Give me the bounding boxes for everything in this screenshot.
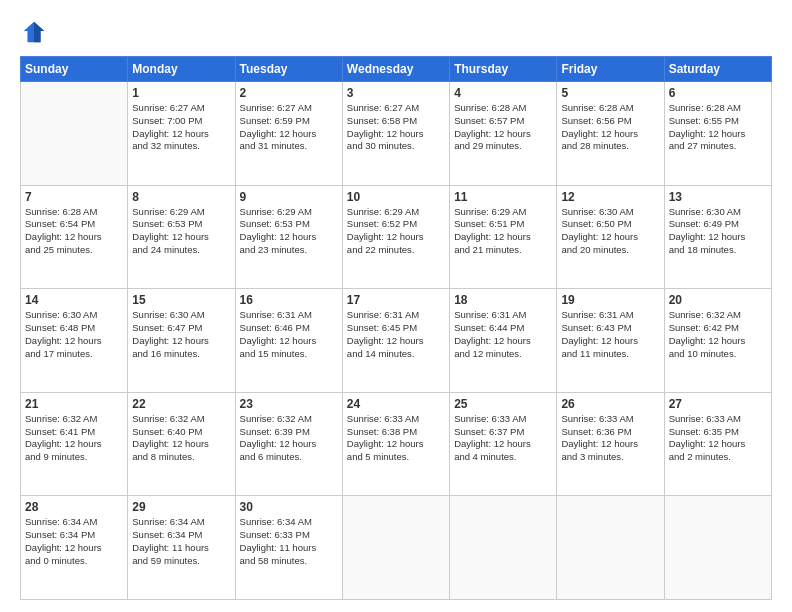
day-info: Sunrise: 6:34 AM Sunset: 6:34 PM Dayligh…	[132, 516, 230, 567]
calendar-cell: 12Sunrise: 6:30 AM Sunset: 6:50 PM Dayli…	[557, 185, 664, 289]
day-number: 12	[561, 190, 659, 204]
day-info: Sunrise: 6:28 AM Sunset: 6:57 PM Dayligh…	[454, 102, 552, 153]
day-info: Sunrise: 6:28 AM Sunset: 6:55 PM Dayligh…	[669, 102, 767, 153]
calendar-cell: 19Sunrise: 6:31 AM Sunset: 6:43 PM Dayli…	[557, 289, 664, 393]
calendar-cell: 10Sunrise: 6:29 AM Sunset: 6:52 PM Dayli…	[342, 185, 449, 289]
logo	[20, 18, 52, 46]
day-number: 16	[240, 293, 338, 307]
calendar-cell: 7Sunrise: 6:28 AM Sunset: 6:54 PM Daylig…	[21, 185, 128, 289]
calendar-header-wednesday: Wednesday	[342, 57, 449, 82]
day-info: Sunrise: 6:29 AM Sunset: 6:53 PM Dayligh…	[132, 206, 230, 257]
day-number: 10	[347, 190, 445, 204]
calendar-cell: 5Sunrise: 6:28 AM Sunset: 6:56 PM Daylig…	[557, 82, 664, 186]
day-info: Sunrise: 6:30 AM Sunset: 6:50 PM Dayligh…	[561, 206, 659, 257]
calendar-cell: 1Sunrise: 6:27 AM Sunset: 7:00 PM Daylig…	[128, 82, 235, 186]
header	[20, 18, 772, 46]
calendar-week-row-5: 28Sunrise: 6:34 AM Sunset: 6:34 PM Dayli…	[21, 496, 772, 600]
day-number: 18	[454, 293, 552, 307]
calendar-cell: 6Sunrise: 6:28 AM Sunset: 6:55 PM Daylig…	[664, 82, 771, 186]
calendar-week-row-3: 14Sunrise: 6:30 AM Sunset: 6:48 PM Dayli…	[21, 289, 772, 393]
svg-marker-1	[34, 22, 44, 43]
calendar-header-row: SundayMondayTuesdayWednesdayThursdayFrid…	[21, 57, 772, 82]
day-info: Sunrise: 6:34 AM Sunset: 6:34 PM Dayligh…	[25, 516, 123, 567]
calendar-cell: 30Sunrise: 6:34 AM Sunset: 6:33 PM Dayli…	[235, 496, 342, 600]
calendar-cell: 21Sunrise: 6:32 AM Sunset: 6:41 PM Dayli…	[21, 392, 128, 496]
day-info: Sunrise: 6:29 AM Sunset: 6:51 PM Dayligh…	[454, 206, 552, 257]
day-number: 27	[669, 397, 767, 411]
day-info: Sunrise: 6:33 AM Sunset: 6:35 PM Dayligh…	[669, 413, 767, 464]
calendar-cell: 9Sunrise: 6:29 AM Sunset: 6:53 PM Daylig…	[235, 185, 342, 289]
day-info: Sunrise: 6:29 AM Sunset: 6:53 PM Dayligh…	[240, 206, 338, 257]
day-info: Sunrise: 6:31 AM Sunset: 6:45 PM Dayligh…	[347, 309, 445, 360]
day-info: Sunrise: 6:33 AM Sunset: 6:38 PM Dayligh…	[347, 413, 445, 464]
day-info: Sunrise: 6:30 AM Sunset: 6:48 PM Dayligh…	[25, 309, 123, 360]
day-info: Sunrise: 6:29 AM Sunset: 6:52 PM Dayligh…	[347, 206, 445, 257]
calendar-cell: 25Sunrise: 6:33 AM Sunset: 6:37 PM Dayli…	[450, 392, 557, 496]
calendar-cell: 29Sunrise: 6:34 AM Sunset: 6:34 PM Dayli…	[128, 496, 235, 600]
day-number: 11	[454, 190, 552, 204]
day-number: 15	[132, 293, 230, 307]
calendar-cell: 16Sunrise: 6:31 AM Sunset: 6:46 PM Dayli…	[235, 289, 342, 393]
day-info: Sunrise: 6:33 AM Sunset: 6:36 PM Dayligh…	[561, 413, 659, 464]
day-info: Sunrise: 6:32 AM Sunset: 6:41 PM Dayligh…	[25, 413, 123, 464]
calendar-cell: 2Sunrise: 6:27 AM Sunset: 6:59 PM Daylig…	[235, 82, 342, 186]
day-info: Sunrise: 6:27 AM Sunset: 7:00 PM Dayligh…	[132, 102, 230, 153]
calendar-cell: 15Sunrise: 6:30 AM Sunset: 6:47 PM Dayli…	[128, 289, 235, 393]
calendar-cell: 11Sunrise: 6:29 AM Sunset: 6:51 PM Dayli…	[450, 185, 557, 289]
day-number: 17	[347, 293, 445, 307]
logo-icon	[20, 18, 48, 46]
day-info: Sunrise: 6:28 AM Sunset: 6:54 PM Dayligh…	[25, 206, 123, 257]
calendar-cell	[342, 496, 449, 600]
day-info: Sunrise: 6:30 AM Sunset: 6:49 PM Dayligh…	[669, 206, 767, 257]
calendar-cell: 28Sunrise: 6:34 AM Sunset: 6:34 PM Dayli…	[21, 496, 128, 600]
calendar-cell	[557, 496, 664, 600]
day-info: Sunrise: 6:30 AM Sunset: 6:47 PM Dayligh…	[132, 309, 230, 360]
calendar-cell: 20Sunrise: 6:32 AM Sunset: 6:42 PM Dayli…	[664, 289, 771, 393]
day-number: 21	[25, 397, 123, 411]
calendar-cell: 4Sunrise: 6:28 AM Sunset: 6:57 PM Daylig…	[450, 82, 557, 186]
calendar-cell: 13Sunrise: 6:30 AM Sunset: 6:49 PM Dayli…	[664, 185, 771, 289]
calendar-cell: 24Sunrise: 6:33 AM Sunset: 6:38 PM Dayli…	[342, 392, 449, 496]
page: SundayMondayTuesdayWednesdayThursdayFrid…	[0, 0, 792, 612]
calendar-table: SundayMondayTuesdayWednesdayThursdayFrid…	[20, 56, 772, 600]
calendar-cell	[664, 496, 771, 600]
day-info: Sunrise: 6:32 AM Sunset: 6:39 PM Dayligh…	[240, 413, 338, 464]
day-number: 13	[669, 190, 767, 204]
day-number: 7	[25, 190, 123, 204]
calendar-header-saturday: Saturday	[664, 57, 771, 82]
calendar-header-friday: Friday	[557, 57, 664, 82]
calendar-cell: 3Sunrise: 6:27 AM Sunset: 6:58 PM Daylig…	[342, 82, 449, 186]
day-number: 14	[25, 293, 123, 307]
calendar-cell: 27Sunrise: 6:33 AM Sunset: 6:35 PM Dayli…	[664, 392, 771, 496]
calendar-cell: 14Sunrise: 6:30 AM Sunset: 6:48 PM Dayli…	[21, 289, 128, 393]
calendar-cell: 8Sunrise: 6:29 AM Sunset: 6:53 PM Daylig…	[128, 185, 235, 289]
day-info: Sunrise: 6:32 AM Sunset: 6:40 PM Dayligh…	[132, 413, 230, 464]
day-number: 9	[240, 190, 338, 204]
day-info: Sunrise: 6:31 AM Sunset: 6:46 PM Dayligh…	[240, 309, 338, 360]
day-info: Sunrise: 6:27 AM Sunset: 6:58 PM Dayligh…	[347, 102, 445, 153]
calendar-week-row-4: 21Sunrise: 6:32 AM Sunset: 6:41 PM Dayli…	[21, 392, 772, 496]
day-info: Sunrise: 6:32 AM Sunset: 6:42 PM Dayligh…	[669, 309, 767, 360]
calendar-cell	[450, 496, 557, 600]
day-number: 29	[132, 500, 230, 514]
day-number: 3	[347, 86, 445, 100]
day-info: Sunrise: 6:28 AM Sunset: 6:56 PM Dayligh…	[561, 102, 659, 153]
calendar-header-tuesday: Tuesday	[235, 57, 342, 82]
day-number: 2	[240, 86, 338, 100]
day-number: 23	[240, 397, 338, 411]
day-number: 22	[132, 397, 230, 411]
day-number: 4	[454, 86, 552, 100]
day-number: 5	[561, 86, 659, 100]
day-number: 26	[561, 397, 659, 411]
calendar-header-thursday: Thursday	[450, 57, 557, 82]
day-number: 28	[25, 500, 123, 514]
day-number: 20	[669, 293, 767, 307]
day-number: 25	[454, 397, 552, 411]
day-info: Sunrise: 6:27 AM Sunset: 6:59 PM Dayligh…	[240, 102, 338, 153]
calendar-cell: 18Sunrise: 6:31 AM Sunset: 6:44 PM Dayli…	[450, 289, 557, 393]
calendar-cell: 17Sunrise: 6:31 AM Sunset: 6:45 PM Dayli…	[342, 289, 449, 393]
calendar-cell: 26Sunrise: 6:33 AM Sunset: 6:36 PM Dayli…	[557, 392, 664, 496]
calendar-header-monday: Monday	[128, 57, 235, 82]
calendar-cell: 22Sunrise: 6:32 AM Sunset: 6:40 PM Dayli…	[128, 392, 235, 496]
day-number: 8	[132, 190, 230, 204]
